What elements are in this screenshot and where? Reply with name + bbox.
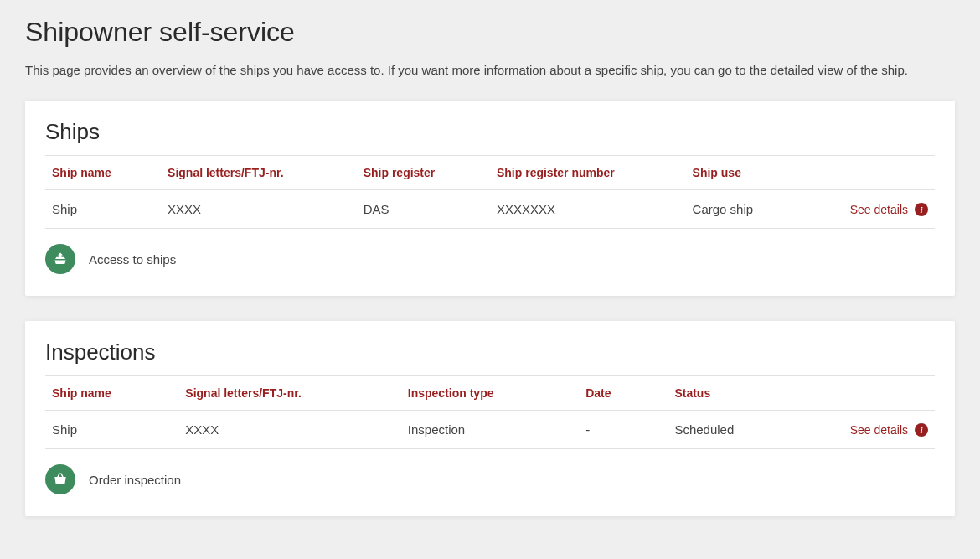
col-signal: Signal letters/FTJ-nr. bbox=[161, 156, 357, 190]
cell-date: - bbox=[579, 411, 668, 449]
see-details-label: See details bbox=[850, 423, 908, 437]
see-details-link[interactable]: See details i bbox=[850, 423, 928, 437]
inspections-table-header: Ship name Signal letters/FTJ-nr. Inspect… bbox=[45, 376, 935, 411]
col-register-number: Ship register number bbox=[490, 156, 686, 190]
col-date: Date bbox=[579, 376, 668, 411]
cell-register: DAS bbox=[357, 190, 490, 229]
cell-ship-name: Ship bbox=[45, 190, 161, 229]
ships-card-title: Ships bbox=[45, 119, 935, 145]
cell-ship-name: Ship bbox=[45, 411, 178, 449]
col-signal: Signal letters/FTJ-nr. bbox=[178, 376, 401, 411]
access-to-ships-label: Access to ships bbox=[89, 252, 176, 267]
col-ship-name: Ship name bbox=[45, 376, 178, 411]
order-inspection-label: Order inspection bbox=[89, 473, 181, 487]
see-details-link[interactable]: See details i bbox=[850, 203, 928, 216]
table-row: Ship XXXX DAS XXXXXXX Cargo ship See det… bbox=[45, 190, 935, 229]
page-description: This page provides an overview of the sh… bbox=[25, 63, 955, 77]
cell-status: Scheduled bbox=[668, 411, 801, 449]
cell-use: Cargo ship bbox=[686, 190, 819, 229]
col-status: Status bbox=[668, 376, 801, 411]
table-row: Ship XXXX Inspection - Scheduled See det… bbox=[45, 411, 935, 449]
cell-signal: XXXX bbox=[161, 190, 357, 229]
order-inspection-action[interactable]: Order inspection bbox=[45, 464, 935, 494]
col-inspection-type: Inspection type bbox=[401, 376, 579, 411]
basket-icon bbox=[45, 464, 75, 494]
inspections-card-title: Inspections bbox=[45, 339, 935, 365]
ships-table-header: Ship name Signal letters/FTJ-nr. Ship re… bbox=[45, 156, 935, 190]
ships-card: Ships Ship name Signal letters/FTJ-nr. S… bbox=[25, 101, 955, 296]
page-title: Shipowner self-service bbox=[25, 17, 955, 48]
cell-register-number: XXXXXXX bbox=[490, 190, 686, 229]
col-ship-name: Ship name bbox=[45, 156, 161, 190]
col-register: Ship register bbox=[357, 156, 490, 190]
inspections-card: Inspections Ship name Signal letters/FTJ… bbox=[25, 321, 955, 516]
info-icon: i bbox=[915, 203, 928, 216]
access-to-ships-action[interactable]: Access to ships bbox=[45, 244, 935, 274]
cell-signal: XXXX bbox=[178, 411, 401, 449]
cell-inspection-type: Inspection bbox=[401, 411, 579, 449]
col-use: Ship use bbox=[686, 156, 819, 190]
ship-icon bbox=[45, 244, 75, 274]
ships-table: Ship name Signal letters/FTJ-nr. Ship re… bbox=[45, 155, 935, 229]
see-details-label: See details bbox=[850, 203, 908, 216]
info-icon: i bbox=[915, 423, 928, 437]
inspections-table: Ship name Signal letters/FTJ-nr. Inspect… bbox=[45, 375, 935, 449]
